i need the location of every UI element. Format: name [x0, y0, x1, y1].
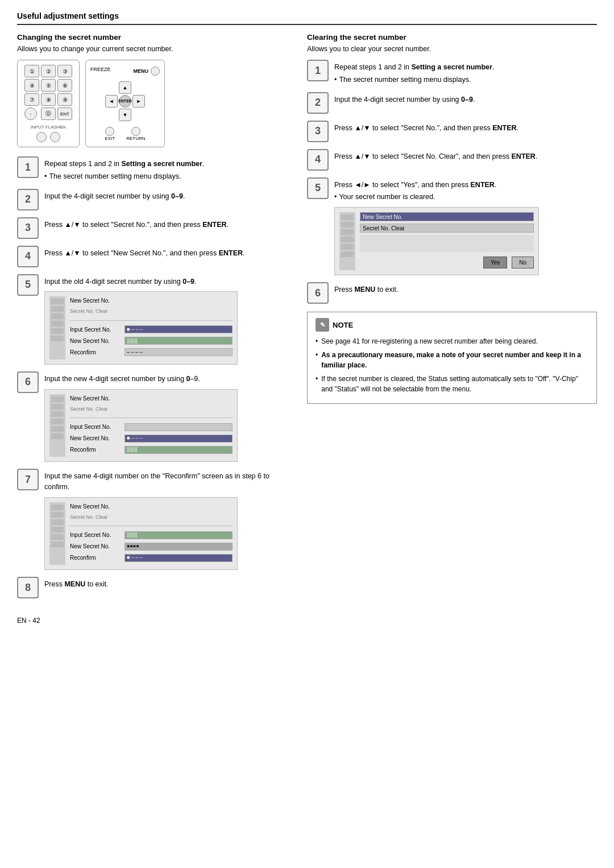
remote-numpad: ① ② ③ ④ ⑤ ⑥ ⑦ ⑧ ⑨ · ⓪ ENT INPUT FLASHBK	[17, 60, 80, 147]
note-title: NOTE	[333, 321, 353, 329]
right-step-1: 1 Repeat steps 1 and 2 in Setting a secr…	[307, 60, 597, 85]
right-step-5-bullet: •Your secret number is cleared.	[334, 192, 597, 202]
footer-left: EN - 42	[17, 617, 40, 625]
btn-6: ⑥	[57, 79, 72, 92]
screen7-sidebar	[49, 502, 65, 565]
left-column: Changing the secret number Allows you to…	[17, 33, 290, 605]
left-step-7-num: 7	[17, 469, 39, 490]
left-step-4: 4 Press ▲/▼ to select "New Secret No.", …	[17, 246, 290, 267]
nav-down: ▼	[119, 109, 131, 121]
return-label: RETURN	[126, 136, 145, 141]
screen-r5-content: New Secret No. Secret No. Clear Yes No	[360, 212, 534, 270]
nav-empty-bl	[105, 109, 118, 121]
left-step-8-text: Press MENU to exit.	[44, 577, 290, 590]
right-step-3: 3 Press ▲/▼ to select "Secret No.", and …	[307, 121, 597, 142]
nav-cross: ▲ ◄ ENTER ► ▼	[105, 81, 145, 121]
screen5-reconfirm: – – – –	[125, 348, 233, 356]
right-step-5: 5 Press ◄/► to select "Yes", and then pr…	[307, 177, 597, 276]
screen5-row-subtitle: Secret No. Clear	[70, 308, 233, 316]
nav-up: ▲	[119, 81, 131, 94]
right-step-1-num: 1	[307, 60, 329, 81]
screen6-row-subtitle: Secret No. Clear	[70, 406, 233, 414]
yn-row-clear: Secret No. Clear	[360, 224, 534, 233]
note-item-2: As a precautionary measure, make a note …	[316, 350, 588, 370]
left-step-2: 2 Input the 4-digit secret number by usi…	[17, 189, 290, 210]
screen5-row-title: New Secret No.	[70, 296, 233, 305]
screen7-row-input: Input Secret No. ||||||||	[70, 531, 233, 539]
nav-right: ►	[132, 95, 145, 108]
menu-label: MENU	[134, 68, 149, 74]
page-header: Useful adjustment settings	[17, 11, 597, 25]
screen7-row-reconfirm: Reconfirm ■ – – –	[70, 553, 233, 562]
nav-empty-tr	[132, 81, 145, 94]
left-step-4-num: 4	[17, 246, 39, 267]
left-step-5-num: 5	[17, 274, 39, 296]
page-footer: EN - 42	[17, 617, 597, 625]
right-step-3-num: 3	[307, 121, 329, 142]
screen5-row-new: New Secret No. ||||||||	[70, 337, 233, 345]
right-step-6: 6 Press MENU to exit.	[307, 282, 597, 304]
nav-empty-br	[132, 109, 145, 121]
screen7-row-title: New Secret No.	[70, 502, 233, 511]
left-step-6: 6 Input the new 4-digit secret number by…	[17, 371, 290, 462]
yn-no-btn: No	[512, 257, 534, 268]
btn-dot: ·	[24, 108, 37, 120]
screen6-row-input: Input Secret No.	[70, 423, 233, 431]
right-step-3-text: Press ▲/▼ to select "Secret No.", and th…	[334, 121, 597, 134]
left-step-5-screen: New Secret No. Secret No. Clear Input Se…	[44, 291, 238, 365]
screen6-row-reconfirm: Reconfirm ||||||||	[70, 445, 233, 454]
btn-0: ⓪	[41, 108, 56, 120]
screen6-input	[125, 423, 233, 431]
yn-row-secretno: New Secret No.	[360, 212, 534, 221]
exit-item: EXIT	[105, 127, 115, 141]
left-step-2-text: Input the 4-digit secret number by using…	[44, 189, 290, 202]
nav-empty-tl	[105, 81, 118, 94]
btn-4: ④	[24, 79, 39, 92]
screen6-content: New Secret No. Secret No. Clear Input Se…	[70, 394, 233, 457]
screen7-reconfirm-active: ■ – – –	[125, 554, 233, 562]
remote-illustrations: ① ② ③ ④ ⑤ ⑥ ⑦ ⑧ ⑨ · ⓪ ENT INPUT FLASHBK	[17, 60, 290, 147]
left-step-5: 5 Input the old 4-digit secret number by…	[17, 274, 290, 365]
left-step-7-screen: New Secret No. Secret No. Clear Input Se…	[44, 497, 238, 571]
btn-5: ⑤	[41, 79, 56, 92]
exit-label: EXIT	[105, 136, 115, 141]
screen5-sidebar	[49, 296, 65, 359]
screen7-input-filled: ||||||||	[125, 531, 233, 539]
left-section-desc: Allows you to change your current secret…	[17, 45, 290, 53]
btn-3: ③	[57, 65, 72, 77]
left-step-7-text: Input the same 4-digit number on the "Re…	[44, 469, 290, 570]
screen6-row-title: New Secret No.	[70, 394, 233, 403]
right-step-6-text: Press MENU to exit.	[334, 282, 597, 295]
right-step-5-screen: New Secret No. Secret No. Clear Yes No	[334, 207, 539, 275]
return-item: RETURN	[126, 127, 145, 141]
btn-2: ②	[41, 65, 56, 77]
left-step-3-num: 3	[17, 217, 39, 239]
screen7-content: New Secret No. Secret No. Clear Input Se…	[70, 502, 233, 565]
yn-buttons: Yes No	[360, 257, 534, 268]
left-step-5-text: Input the old 4-digit secret number by u…	[44, 274, 290, 365]
right-step-4-text: Press ▲/▼ to select "Secret No. Clear", …	[334, 149, 597, 162]
btn-7: ⑦	[24, 93, 39, 106]
screen-r5-sidebar	[339, 212, 355, 270]
left-step-1: 1 Repeat steps 1 and 2 in Setting a secr…	[17, 156, 290, 182]
nav-left: ◄	[105, 95, 118, 108]
right-step-2: 2 Input the 4-digit secret number by usi…	[307, 92, 597, 114]
left-step-6-text: Input the new 4-digit secret number by u…	[44, 371, 290, 462]
screen5-content: New Secret No. Secret No. Clear Input Se…	[70, 296, 233, 359]
freeze-label: FREEZE	[90, 67, 111, 76]
right-section-desc: Allows you to clear your secret number.	[307, 45, 597, 53]
right-step-4: 4 Press ▲/▼ to select "Secret No. Clear"…	[307, 149, 597, 171]
btn-input	[36, 132, 47, 142]
left-step-3: 3 Press ▲/▼ to select "Secret No.", and …	[17, 217, 290, 239]
left-step-3-text: Press ▲/▼ to select "Secret No.", and th…	[44, 217, 290, 230]
btn-flashbk	[50, 132, 60, 142]
note-item-1: See page 41 for re-registering a new sec…	[316, 336, 588, 346]
note-item-3: If the secret number is cleared, the Sta…	[316, 374, 588, 394]
left-step-8-num: 8	[17, 577, 39, 598]
right-step-1-text: Repeat steps 1 and 2 in Setting a secret…	[334, 60, 597, 85]
right-step-1-bullet: •The secret number setting menu displays…	[334, 75, 597, 85]
left-step-6-screen: New Secret No. Secret No. Clear Input Se…	[44, 389, 238, 462]
note-icon: ✎	[316, 318, 329, 332]
remote-nav: FREEZE MENU ▲ ◄ ENTER ► ▼	[85, 60, 165, 147]
yn-yes-btn: Yes	[483, 257, 507, 268]
